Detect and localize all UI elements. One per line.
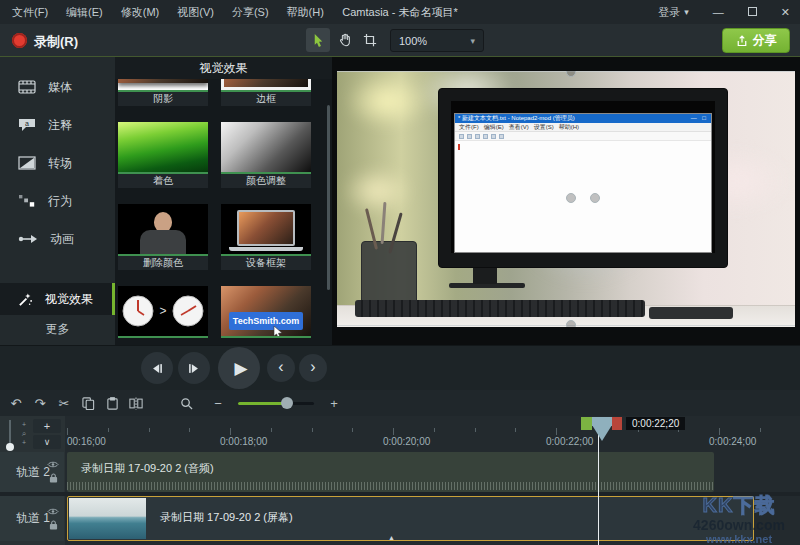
pan-tool-button[interactable] — [333, 28, 357, 52]
sidebar-item-visual-effects[interactable]: 视觉效果 — [0, 283, 115, 315]
preview-stage[interactable]: * 新建文本文档.txt - Notepad2-mod (管理员) — □ 文件… — [332, 57, 800, 345]
notepad-menu-settings: 设置(S) — [534, 123, 554, 131]
color-adjustment-thumbnail — [221, 122, 311, 174]
magnifier-icon — [180, 397, 193, 410]
effect-tile-device-frame[interactable]: 设备框架 — [221, 204, 311, 270]
resize-handle-bottom[interactable] — [566, 320, 576, 327]
watermark-logo: KK下载 — [680, 492, 798, 519]
watermark-url: www.kkx.net — [680, 533, 798, 545]
minus-icon: − — [214, 396, 222, 411]
sidebar-item-media[interactable]: 媒体 — [0, 69, 115, 105]
menu-help[interactable]: 帮助(H) — [287, 5, 324, 20]
track-zoom-control[interactable]: +⌕+ — [18, 420, 30, 450]
rotation-handle[interactable] — [590, 193, 600, 203]
eye-icon[interactable] — [47, 507, 59, 515]
zoom-slider-thumb[interactable] — [281, 397, 293, 409]
audio-clip[interactable]: 录制日期 17-09-20 2 (音频) — [67, 452, 714, 492]
chevron-down-icon: ∨ — [44, 437, 51, 447]
audio-clip-label: 录制日期 17-09-20 2 (音频) — [81, 461, 214, 476]
share-icon — [736, 35, 748, 47]
effect-tile-colorize[interactable]: 着色 — [118, 122, 208, 188]
effects-scrollbar[interactable] — [327, 105, 330, 290]
playhead-head[interactable] — [592, 425, 612, 441]
undo-button[interactable]: ↶ — [4, 396, 28, 411]
keyboard — [355, 300, 645, 317]
effects-panel-title: 视觉效果 — [115, 57, 332, 79]
marker-icon[interactable]: ▲ — [388, 534, 395, 541]
menu-share[interactable]: 分享(S) — [232, 5, 269, 20]
sidebar-item-transitions[interactable]: 转场 — [0, 145, 115, 181]
watermark-domain: 4260own.com — [680, 517, 798, 533]
screen-clip-selected[interactable]: 录制日期 17-09-20 2 (屏幕) ▲ — [67, 496, 754, 541]
main-toolbar: 录制(R) 100% ▾ 分享 — [0, 24, 800, 57]
cursor-icon — [311, 33, 326, 48]
timeline-zoom-slider[interactable] — [238, 402, 314, 405]
zoom-level-dropdown[interactable]: 100% ▾ — [390, 29, 484, 52]
maximize-icon — [748, 7, 757, 16]
step-back-button[interactable] — [141, 352, 173, 384]
playhead-line[interactable] — [598, 430, 599, 545]
close-button[interactable]: ✕ — [781, 6, 790, 19]
menu-view[interactable]: 视图(V) — [177, 5, 214, 20]
effect-tile-label: 删除颜色 — [118, 256, 208, 270]
play-button[interactable]: ▶ — [218, 347, 260, 389]
zoom-in-button[interactable]: + — [322, 396, 346, 411]
filmstrip-icon — [18, 80, 36, 94]
minimize-button[interactable]: — — [713, 6, 724, 18]
effect-tile-label: 阴影 — [118, 92, 208, 106]
maximize-button[interactable] — [748, 6, 757, 18]
step-forward-button[interactable] — [178, 352, 210, 384]
ruler-label: 00:16;00 — [67, 436, 106, 447]
redo-button[interactable]: ↷ — [28, 396, 52, 411]
copy-button[interactable] — [76, 397, 100, 410]
track-1-header[interactable]: 轨道 1 — [0, 496, 64, 541]
copy-icon — [82, 397, 95, 410]
undo-icon: ↶ — [11, 396, 22, 411]
playhead-out-handle[interactable] — [612, 417, 622, 430]
add-track-button[interactable]: + — [33, 419, 61, 433]
menu-edit[interactable]: 编辑(E) — [66, 5, 103, 20]
zoom-out-button[interactable]: − — [206, 396, 230, 411]
menu-modify[interactable]: 修改(M) — [121, 5, 160, 20]
device-frame-thumbnail — [221, 204, 311, 256]
track-height-slider-thumb[interactable] — [6, 443, 14, 451]
paste-button[interactable] — [100, 397, 124, 410]
remove-color-thumbnail — [118, 204, 208, 256]
scissors-icon: ✂ — [59, 396, 70, 411]
monitor: * 新建文本文档.txt - Notepad2-mod (管理员) — □ 文件… — [438, 88, 728, 268]
effect-tile-remove-color[interactable]: 删除颜色 — [118, 204, 208, 270]
window-title: Camtasia - 未命名项目* — [342, 0, 458, 24]
cursor-tool-button[interactable] — [306, 28, 330, 52]
sidebar-item-annotations[interactable]: a 注释 — [0, 107, 115, 143]
next-clip-button[interactable]: › — [299, 354, 327, 382]
notepad-menu-help: 帮助(H) — [559, 123, 579, 131]
collapse-tracks-button[interactable]: ∨ — [33, 435, 61, 449]
menu-file[interactable]: 文件(F) — [12, 5, 48, 20]
center-handle[interactable] — [566, 193, 576, 203]
playhead-in-handle[interactable] — [581, 417, 592, 430]
plus-icon: + — [44, 420, 50, 432]
timeline-ruler[interactable]: 00:16;00 0:00:18;00 0:00:20;00 0:00:22;0… — [65, 416, 800, 450]
cut-button[interactable]: ✂ — [52, 396, 76, 411]
previous-clip-button[interactable]: ‹ — [267, 354, 295, 382]
notepad-menu-edit: 编辑(E) — [484, 123, 504, 131]
share-button[interactable]: 分享 — [722, 28, 790, 53]
lock-icon[interactable] — [49, 473, 58, 484]
effect-tile-color-adjustment[interactable]: 颜色调整 — [221, 122, 311, 188]
lock-icon[interactable] — [49, 519, 58, 530]
sidebar-item-more[interactable]: 更多 — [0, 317, 115, 341]
effect-tile-clock[interactable]: > — [118, 286, 208, 338]
split-button[interactable] — [124, 397, 148, 410]
record-icon[interactable] — [12, 33, 27, 48]
login-button[interactable]: 登录 ▾ — [658, 5, 689, 20]
track-2-header[interactable]: 轨道 2 — [0, 452, 64, 492]
timeline-zoom-button[interactable] — [174, 397, 198, 410]
crop-tool-button[interactable] — [358, 28, 382, 52]
zoom-level-value: 100% — [399, 35, 427, 47]
preview-canvas[interactable]: * 新建文本文档.txt - Notepad2-mod (管理员) — □ 文件… — [337, 71, 795, 327]
sidebar-item-animations[interactable]: 动画 — [0, 221, 115, 257]
effect-tile-watermark[interactable]: TechSmith.com — [221, 286, 311, 338]
eye-icon[interactable] — [47, 461, 59, 469]
sidebar-item-behaviors[interactable]: 行为 — [0, 183, 115, 219]
record-button[interactable]: 录制(R) — [34, 33, 78, 51]
